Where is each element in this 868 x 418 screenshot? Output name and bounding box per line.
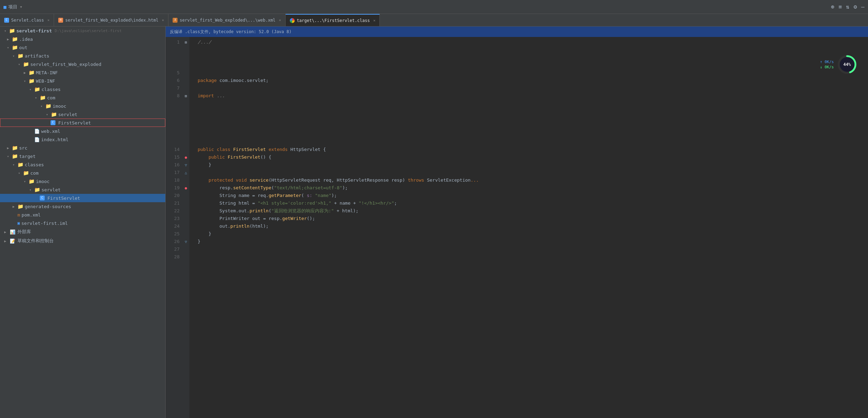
html-icon: H xyxy=(58,18,63,23)
folder-icon: 📁 xyxy=(23,61,29,67)
code-line-24: PrintWriter out = resp.getWriter(); xyxy=(192,215,868,222)
expand-arrow-icon: ▶ xyxy=(6,146,10,150)
expand-arrow-icon: ▾ xyxy=(11,54,16,58)
expand-arrow-icon: ▾ xyxy=(28,188,33,192)
sidebar-item-first-servlet-out[interactable]: C FirstServlet xyxy=(0,119,165,127)
html-file-icon: 📄 xyxy=(34,137,40,142)
project-path: D:\java\eclipse\servlet-first xyxy=(55,29,122,33)
expand-arrow-icon: ▾ xyxy=(11,163,16,167)
close-icon[interactable]: ✕ xyxy=(47,18,50,22)
sidebar-item-imooc[interactable]: ▾ 📁 imooc xyxy=(0,102,165,110)
code-line-19: protected void service(HttpServletReques… xyxy=(192,176,868,184)
sidebar-item-servlet-pkg[interactable]: ▾ 📁 servlet xyxy=(0,110,165,119)
close-icon[interactable]: ✕ xyxy=(162,18,164,22)
sidebar-item-index-html[interactable]: 📄 index.html xyxy=(0,135,165,144)
sidebar-item-iml[interactable]: ▣ servlet-first.iml xyxy=(0,219,165,227)
expand-arrow-icon: ▶ xyxy=(22,71,27,75)
dropdown-arrow-icon[interactable]: ▾ xyxy=(20,4,22,9)
settings-icon[interactable]: ⚙ xyxy=(854,3,857,10)
tab-web-xml[interactable]: X servlet_first_Web_exploded\...\web.xml… xyxy=(168,14,286,26)
sidebar-item-external-libs[interactable]: ▶ 📊 外部库 xyxy=(0,227,165,236)
tab-index-html[interactable]: H servlet_first_Web_exploded\index.html … xyxy=(54,14,168,26)
sidebar-item-label: servlet xyxy=(58,112,77,117)
gutter-16[interactable]: ● xyxy=(182,153,189,161)
sidebar-item-classes-webinf[interactable]: ▾ 📁 classes xyxy=(0,85,165,93)
project-selector[interactable]: ■ 项目 ▾ xyxy=(3,4,22,10)
code-line-14 xyxy=(192,138,868,146)
gutter-23 xyxy=(182,207,189,215)
folder-icon: 📁 xyxy=(45,103,51,109)
sidebar-item-label: src xyxy=(19,145,27,151)
tab-first-servlet[interactable]: target\...\FirstServlet.class ✕ xyxy=(286,14,380,26)
expand-arrow-icon: ▾ xyxy=(33,96,38,100)
expand-arrow-icon: ▾ xyxy=(28,88,33,91)
collapse-icon[interactable]: ⇅ xyxy=(846,3,850,10)
close-icon[interactable]: ✕ xyxy=(279,18,281,22)
sidebar-item-label: servlet-first.iml xyxy=(21,221,68,226)
sidebar-item-idea[interactable]: ▶ 📁 .idea xyxy=(0,35,165,43)
gutter-1: ⊞ xyxy=(182,38,189,46)
sidebar-item-label: WEB-INF xyxy=(36,78,55,84)
sidebar-item-generated-sources[interactable]: ▶ 📁 generated-sources xyxy=(0,202,165,211)
sort-icon[interactable]: ≡ xyxy=(838,3,842,10)
sidebar-item-scratch[interactable]: ▶ 📝 草稿文件和控制台 xyxy=(0,236,165,245)
project-label: 项目 xyxy=(8,4,17,10)
sidebar-item-first-servlet-target[interactable]: C FirstServlet xyxy=(0,194,165,202)
sidebar-item-target-classes[interactable]: ▾ 📁 classes xyxy=(0,160,165,169)
sidebar-item-out[interactable]: ▾ 📁 out xyxy=(0,43,165,52)
sidebar-item-label: FirstServlet xyxy=(47,196,80,201)
sidebar: ▾ 📁 servlet-first D:\java\eclipse\servle… xyxy=(0,26,166,418)
iml-icon: ▣ xyxy=(17,221,20,226)
sidebar-item-target-servlet[interactable]: ▾ 📁 servlet xyxy=(0,185,165,194)
sidebar-item-com[interactable]: ▾ 📁 com xyxy=(0,93,165,102)
sidebar-item-label: generated-sources xyxy=(25,204,71,209)
tab-bar: C Servlet.class ✕ H servlet_first_Web_ex… xyxy=(0,14,868,26)
sidebar-item-label: .idea xyxy=(19,37,33,42)
code-line-26: } xyxy=(192,230,868,238)
code-area[interactable]: 1 5 6 7 8 14 15 16 17 18 19 20 xyxy=(166,37,868,418)
code-line-5 xyxy=(192,69,868,77)
folder-icon: 📁 xyxy=(34,86,40,92)
sidebar-item-label: servlet xyxy=(41,187,61,192)
sidebar-item-web-exploded[interactable]: ▾ 📁 servlet_first_Web_exploded xyxy=(0,60,165,68)
class-file-icon-selected: C xyxy=(40,196,45,200)
sidebar-item-web-inf[interactable]: ▾ 📁 WEB-INF xyxy=(0,77,165,85)
minimize-icon[interactable]: — xyxy=(861,3,865,10)
expand-arrow-icon: ▾ xyxy=(22,79,27,83)
sidebar-item-src[interactable]: ▶ 📁 src xyxy=(0,144,165,152)
download-speed: ↓ 0K/s xyxy=(820,65,834,69)
gutter-11 xyxy=(182,115,189,123)
code-line-blank3 xyxy=(192,61,868,69)
gutter-20[interactable]: ● xyxy=(182,184,189,192)
close-icon[interactable]: ✕ xyxy=(373,18,375,22)
sidebar-item-pom-xml[interactable]: m pom.xml xyxy=(0,211,165,219)
gutter-27: ▽ xyxy=(182,238,189,245)
sidebar-item-meta-inf[interactable]: ▶ 📁 META-INF xyxy=(0,68,165,77)
library-icon: 📊 xyxy=(10,229,15,235)
folder-icon: 📁 xyxy=(17,162,23,167)
folder-icon: 📁 xyxy=(51,112,57,117)
gutter-21 xyxy=(182,192,189,199)
code-line-blank7 xyxy=(192,123,868,130)
sidebar-item-project-root[interactable]: ▾ 📁 servlet-first D:\java\eclipse\servle… xyxy=(0,26,165,35)
gutter-25 xyxy=(182,222,189,230)
sidebar-item-target[interactable]: ▾ 📁 target xyxy=(0,152,165,160)
code-content[interactable]: /.../ package com.imooc.servlet; import … xyxy=(189,37,868,418)
gutter-12 xyxy=(182,123,189,130)
folder-icon: 📁 xyxy=(40,95,46,100)
folder-icon: 📁 xyxy=(12,45,18,50)
sync-icon[interactable]: ⊕ xyxy=(831,3,835,10)
sidebar-item-target-com[interactable]: ▾ 📁 com xyxy=(0,169,165,177)
sidebar-item-web-xml[interactable]: 📄 web.xml xyxy=(0,127,165,135)
expand-arrow-icon: ▾ xyxy=(6,154,10,158)
perf-circle[interactable]: 44% xyxy=(837,54,858,75)
expand-arrow-icon: ▾ xyxy=(22,180,27,183)
sidebar-item-target-imooc[interactable]: ▾ 📁 imooc xyxy=(0,177,165,185)
sidebar-item-artifacts[interactable]: ▾ 📁 artifacts xyxy=(0,52,165,60)
gutter-17: ▽ xyxy=(182,161,189,169)
tab-servlet-class[interactable]: C Servlet.class ✕ xyxy=(0,14,54,26)
code-line-blank2 xyxy=(192,54,868,61)
sidebar-item-label: servlet_first_Web_exploded xyxy=(30,62,101,67)
sidebar-item-label: target xyxy=(19,154,36,159)
gutter-2 xyxy=(182,46,189,54)
